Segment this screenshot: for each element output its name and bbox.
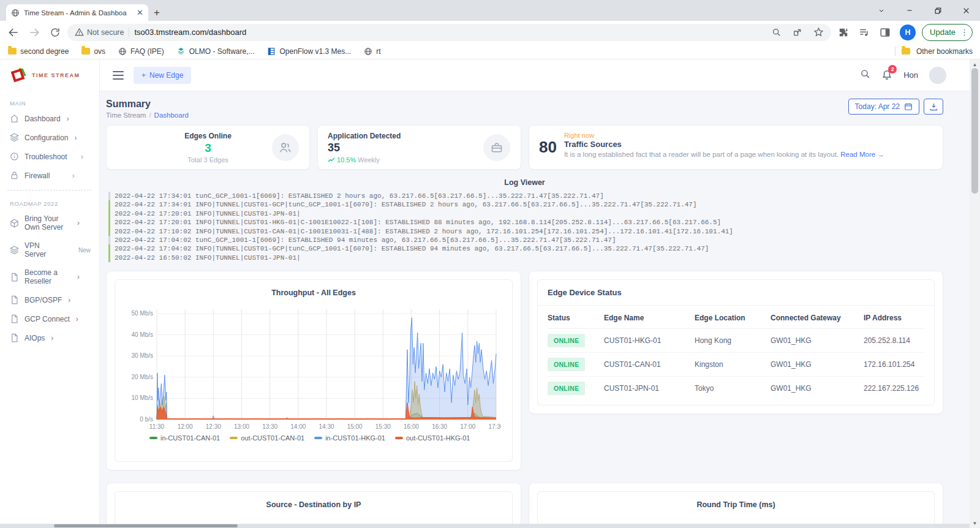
download-report-button[interactable] (924, 99, 943, 115)
right-now-tag: Right now (564, 132, 884, 139)
window-restore-button[interactable] (924, 0, 952, 21)
chevron-right-icon: › (76, 315, 78, 323)
sidebar-item[interactable]: Become a Reseller › (0, 263, 99, 290)
svg-text:13:00: 13:00 (234, 423, 249, 430)
edge-location-cell: Hong Kong (695, 336, 771, 345)
traffic-sources-body: It is a long established fact that a rea… (564, 151, 884, 158)
application-detected-title: Application Detected (328, 132, 511, 140)
chevron-right-icon: › (74, 134, 77, 142)
window-close-button[interactable] (952, 0, 980, 21)
zoom-search-icon[interactable] (772, 28, 782, 37)
hamburger-menu-icon[interactable] (113, 71, 124, 80)
users-icon (272, 134, 299, 161)
bookmark-item[interactable]: second degree (7, 47, 69, 56)
edge-device-status-card: Edge Device Status Status Edge Name Edge… (529, 271, 943, 414)
svg-text:15:00: 15:00 (347, 423, 363, 430)
legend-item[interactable]: out-CUST01-CAN-01 (230, 434, 304, 442)
info-icon (10, 152, 19, 161)
layers-icon (10, 246, 19, 255)
bookmark-label: FAQ (IPE) (130, 47, 164, 56)
vertical-scrollbar[interactable]: ▲ ▼ (970, 59, 980, 528)
table-row[interactable]: ONLINE CUST01-HKG-01 Hong Kong GW01_HKG … (548, 329, 924, 353)
sidebar-item[interactable]: BGP/OSPF › (0, 290, 99, 309)
user-avatar[interactable] (929, 67, 946, 84)
forward-button[interactable] (26, 24, 43, 41)
search-icon[interactable] (860, 69, 870, 81)
bookmark-item[interactable]: OpenFlow v1.3 Mes... (266, 47, 351, 56)
horizontal-scrollbar[interactable] (0, 524, 970, 528)
sidebar-item[interactable]: Firewall › (0, 166, 99, 185)
window-minimize-button[interactable] (895, 0, 924, 21)
sidebar-item[interactable]: VPN Server New (0, 236, 99, 263)
file-icon (10, 314, 19, 323)
file-icon (10, 273, 19, 282)
col-edge-name: Edge Name (604, 314, 695, 322)
app-logo[interactable]: TIME STREAM (0, 59, 99, 90)
browser-profile-avatar[interactable]: H (900, 25, 916, 40)
sidebar-item[interactable]: GCP Connect › (0, 309, 99, 328)
table-row[interactable]: ONLINE CUST01-CAN-01 Kingston GW01_HKG 1… (548, 353, 924, 377)
sidebar-item[interactable]: Configuration › (0, 128, 99, 147)
legend-item[interactable]: in-CUST01-HKG-01 (314, 434, 385, 442)
back-button[interactable] (5, 24, 22, 41)
svg-text:12:00: 12:00 (178, 423, 193, 430)
sidebar-item[interactable]: Troubleshoot › (0, 147, 99, 166)
weekly-trend: 10.5% Weekly (328, 156, 511, 164)
browser-menu-dots-icon[interactable]: ⋮ (960, 28, 968, 37)
edge-name-cell: CUST01-CAN-01 (604, 360, 695, 369)
other-bookmarks[interactable]: Other bookmarks (895, 47, 973, 56)
not-secure-warning[interactable]: Not secure (75, 28, 124, 37)
breadcrumb-current[interactable]: Dashboard (154, 111, 189, 119)
bookmark-item[interactable]: rt (363, 47, 380, 56)
sidebar-item[interactable]: Dashboard › (0, 109, 99, 128)
address-bar[interactable]: Not secure tso03.tmstream.com/dashboard (67, 24, 831, 41)
notifications-bell-icon[interactable]: 2 (881, 69, 892, 82)
col-edge-location: Edge Location (695, 314, 771, 322)
source-destination-card: Source - Destination by IP (106, 483, 521, 528)
file-icon (10, 295, 19, 304)
table-header-row: Status Edge Name Edge Location Connected… (548, 307, 924, 329)
chevron-right-icon: › (68, 296, 70, 304)
new-edge-button[interactable]: + New Edge (134, 67, 191, 84)
bookmark-star-icon[interactable] (813, 27, 824, 37)
legend-item[interactable]: in-CUST01-CAN-01 (149, 434, 220, 442)
log-line: 2022-04-22 17:34:01 INFO|TUNNEL|CUST01-G… (108, 200, 943, 209)
side-panel-icon[interactable] (876, 24, 894, 41)
scroll-down-arrow[interactable]: ▼ (970, 518, 980, 528)
legend-item[interactable]: out-CUST01-HKG-01 (395, 434, 470, 442)
svg-text:13:30: 13:30 (262, 423, 277, 430)
browser-tab[interactable]: Time Stream - Admin & Dashboa ✕ (6, 4, 148, 21)
legend-label: in-CUST01-CAN-01 (160, 434, 220, 442)
media-list-icon[interactable] (856, 24, 873, 41)
share-icon[interactable] (793, 28, 802, 37)
date-picker-button[interactable]: Today: Apr 22 (848, 99, 919, 115)
user-name[interactable]: Hon (903, 70, 918, 80)
sidebar-item[interactable]: AIOps › (0, 328, 99, 347)
table-row[interactable]: ONLINE CUST01-JPN-01 Tokyo GW01_HKG 222.… (548, 377, 924, 400)
update-button[interactable]: Update ⋮ (922, 24, 973, 41)
reload-button[interactable] (47, 24, 64, 41)
legend-swatch (314, 437, 322, 439)
extensions-puzzle-icon[interactable] (835, 24, 852, 41)
log-line: 2022-04-22 17:10:02 INFO|TUNNEL|CUST01-C… (108, 227, 943, 236)
horizontal-scrollbar-thumb[interactable] (54, 524, 238, 527)
log-line: 2022-04-22 17:04:02 INFO|TUNNEL|CUST01-G… (108, 244, 943, 253)
bookmark-item[interactable]: ovs (81, 47, 105, 56)
date-label: Today: Apr 22 (855, 102, 900, 111)
tab-close-icon[interactable]: ✕ (137, 9, 143, 17)
new-tab-button[interactable]: + (148, 4, 165, 21)
col-connected-gateway: Connected Gateway (771, 314, 864, 322)
breadcrumb-root[interactable]: Time Stream (106, 111, 146, 119)
read-more-link[interactable]: Read More → (840, 151, 884, 158)
status-badge: ONLINE (548, 358, 585, 371)
bookmark-item[interactable]: OLMO - Software,... (176, 47, 255, 56)
bookmark-item[interactable]: FAQ (IPE) (118, 47, 164, 56)
window-menu-chevron-icon[interactable] (867, 0, 895, 21)
status-badge: ONLINE (548, 334, 585, 347)
other-bookmarks-label: Other bookmarks (916, 47, 973, 56)
url-text[interactable]: tso03.tmstream.com/dashboard (134, 28, 761, 37)
app-top-bar: + New Edge 2 Hon (100, 59, 970, 91)
not-secure-label: Not secure (87, 28, 124, 37)
scrollbar-thumb[interactable] (971, 68, 978, 194)
sidebar-item[interactable]: Bring Your Own Server › (0, 209, 99, 236)
